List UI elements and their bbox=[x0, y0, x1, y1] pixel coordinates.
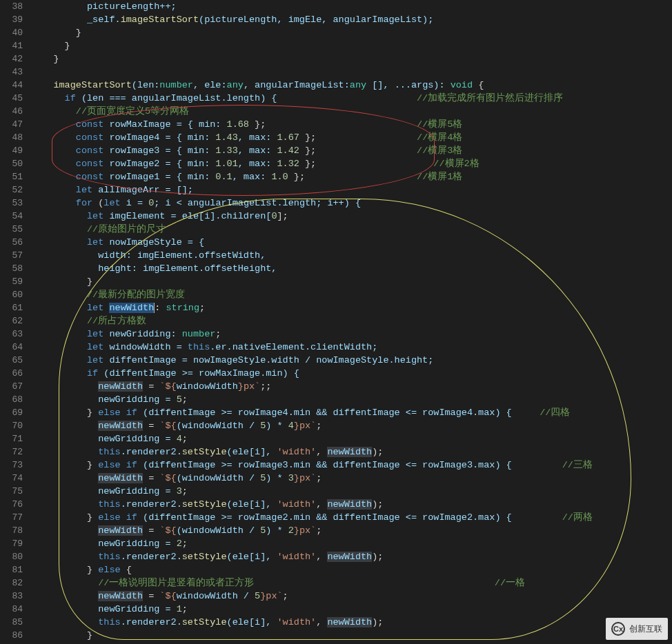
selection: newWidth bbox=[109, 303, 154, 313]
line-number: 49 bbox=[0, 144, 23, 157]
line-number: 84 bbox=[0, 603, 23, 616]
code-area[interactable]: pictureLength++; _self.imageStartSort(pi… bbox=[31, 0, 672, 644]
line-number: 77 bbox=[0, 511, 23, 524]
line-number: 65 bbox=[0, 354, 23, 367]
code-line[interactable]: width: imgElement.offsetWidth, bbox=[31, 249, 672, 262]
line-number: 45 bbox=[0, 92, 23, 105]
code-line[interactable]: pictureLength++; bbox=[31, 0, 672, 13]
line-number: 80 bbox=[0, 550, 23, 563]
watermark: Cx 创新互联 bbox=[606, 618, 668, 640]
line-number: 85 bbox=[0, 616, 23, 629]
code-line[interactable]: if (len === angularImageList.length) { /… bbox=[31, 92, 672, 105]
line-number: 38 bbox=[0, 0, 23, 13]
line-number: 74 bbox=[0, 472, 23, 485]
code-text: pictureLength++; bbox=[31, 1, 177, 12]
code-line[interactable]: const rowImage1 = { min: 0.1, max: 1.0 }… bbox=[31, 170, 672, 183]
line-number: 79 bbox=[0, 537, 23, 550]
code-line[interactable]: newGridding = 4; bbox=[31, 432, 672, 445]
code-line[interactable]: newWidth = `${(windowWidth / 5) * 2}px`; bbox=[31, 524, 672, 537]
code-line[interactable]: let diffentImage = nowImageStyle.width /… bbox=[31, 354, 672, 367]
line-number: 51 bbox=[0, 170, 23, 183]
code-line[interactable]: } else if (diffentImage >= rowImage2.min… bbox=[31, 511, 672, 524]
line-number: 61 bbox=[0, 301, 23, 314]
code-line[interactable]: for (let i = 0; i < angularImageList.len… bbox=[31, 197, 672, 210]
line-number: 60 bbox=[0, 288, 23, 301]
code-line[interactable]: _self.imageStartSort(pictureLength, imgE… bbox=[31, 13, 672, 26]
watermark-logo-icon: Cx bbox=[611, 622, 625, 636]
code-line[interactable]: let nowImageStyle = { bbox=[31, 236, 672, 249]
code-line[interactable]: const rowImage2 = { min: 1.01, max: 1.32… bbox=[31, 157, 672, 170]
code-line[interactable]: newWidth = `${windowWidth}px`;; bbox=[31, 380, 672, 393]
line-number: 40 bbox=[0, 26, 23, 39]
line-number: 48 bbox=[0, 131, 23, 144]
code-line[interactable]: //最新分配的图片宽度 bbox=[31, 288, 672, 301]
code-line[interactable]: } bbox=[31, 26, 672, 39]
code-line[interactable]: //一格说明图片是竖着的或者正方形 //一格 bbox=[31, 576, 672, 590]
line-number: 69 bbox=[0, 406, 23, 419]
line-number: 55 bbox=[0, 223, 23, 236]
code-line[interactable]: let newGridding: number; bbox=[31, 328, 672, 341]
code-line[interactable]: const rowImage4 = { min: 1.43, max: 1.67… bbox=[31, 131, 672, 144]
line-number: 42 bbox=[0, 52, 23, 66]
line-number: 76 bbox=[0, 498, 23, 511]
code-line[interactable]: if (diffentImage >= rowMaxImage.min) { bbox=[31, 367, 672, 380]
code-line[interactable]: let imgElement = ele[i].children[0]; bbox=[31, 210, 672, 223]
line-number: 83 bbox=[0, 590, 23, 603]
code-line[interactable]: newWidth = `${windowWidth / 5}px`; bbox=[31, 590, 672, 603]
code-line[interactable]: height: imgElement.offsetHeight, bbox=[31, 262, 672, 275]
code-line[interactable]: const rowMaxImage = { min: 1.68 }; //横屏5… bbox=[31, 118, 672, 131]
code-line[interactable]: } bbox=[31, 629, 672, 642]
code-line[interactable]: let windowWidth = this.er.nativeElement.… bbox=[31, 341, 672, 354]
code-line[interactable]: this.renderer2.setStyle(ele[i], 'width',… bbox=[31, 445, 672, 459]
code-line[interactable]: newGridding = 5; bbox=[31, 393, 672, 406]
code-line[interactable]: this.renderer2.setStyle(ele[i], 'width',… bbox=[31, 550, 672, 563]
line-number: 70 bbox=[0, 419, 23, 432]
code-line[interactable]: newGridding = 2; bbox=[31, 537, 672, 550]
line-number: 82 bbox=[0, 576, 23, 590]
line-number: 59 bbox=[0, 275, 23, 288]
line-number: 68 bbox=[0, 393, 23, 406]
code-line[interactable]: this.renderer2.setStyle(ele[i], 'width',… bbox=[31, 616, 672, 629]
code-line[interactable]: newWidth = `${(windowWidth / 5) * 4}px`; bbox=[31, 419, 672, 432]
line-number: 62 bbox=[0, 314, 23, 328]
code-line[interactable]: let newWidth: string; bbox=[31, 301, 672, 314]
code-line[interactable]: newGridding = 1; bbox=[31, 603, 672, 616]
code-line[interactable]: } bbox=[31, 52, 672, 66]
line-number: 41 bbox=[0, 39, 23, 52]
code-line[interactable]: } else if (diffentImage >= rowImage4.min… bbox=[31, 406, 672, 419]
line-number: 71 bbox=[0, 432, 23, 445]
line-number: 53 bbox=[0, 197, 23, 210]
code-line[interactable]: const rowImage3 = { min: 1.33, max: 1.42… bbox=[31, 144, 672, 157]
line-number: 44 bbox=[0, 79, 23, 92]
line-number: 46 bbox=[0, 105, 23, 118]
line-number: 67 bbox=[0, 380, 23, 393]
code-editor[interactable]: 3839404142434445464748495051525354555657… bbox=[0, 0, 672, 644]
line-number: 47 bbox=[0, 118, 23, 131]
line-number: 43 bbox=[0, 66, 23, 79]
line-number: 63 bbox=[0, 328, 23, 341]
code-line[interactable]: } bbox=[31, 275, 672, 288]
code-line[interactable]: //所占方格数 bbox=[31, 314, 672, 328]
line-number: 73 bbox=[0, 459, 23, 472]
code-line[interactable]: this.renderer2.setStyle(ele[i], 'width',… bbox=[31, 498, 672, 511]
line-number: 39 bbox=[0, 13, 23, 26]
code-line[interactable]: } else if (diffentImage >= rowImage3.min… bbox=[31, 459, 672, 472]
code-line[interactable]: newWidth = `${(windowWidth / 5) * 3}px`; bbox=[31, 472, 672, 485]
line-number: 78 bbox=[0, 524, 23, 537]
code-line[interactable]: let allImageArr = []; bbox=[31, 183, 672, 197]
line-number: 66 bbox=[0, 367, 23, 380]
code-line[interactable]: } else { bbox=[31, 563, 672, 576]
line-number: 54 bbox=[0, 210, 23, 223]
line-number: 52 bbox=[0, 183, 23, 197]
line-number: 56 bbox=[0, 236, 23, 249]
line-number: 75 bbox=[0, 485, 23, 498]
line-number: 81 bbox=[0, 563, 23, 576]
line-number: 86 bbox=[0, 629, 23, 642]
code-line[interactable]: } bbox=[31, 39, 672, 52]
code-line[interactable]: //页面宽度定义5等分网格 bbox=[31, 105, 672, 118]
code-line[interactable] bbox=[31, 66, 672, 79]
code-line[interactable]: imageStartSort(len:number, ele:any, angu… bbox=[31, 79, 672, 92]
watermark-text: 创新互联 bbox=[629, 623, 662, 635]
code-line[interactable]: newGridding = 3; bbox=[31, 485, 672, 498]
code-line[interactable]: //原始图片的尺寸 bbox=[31, 223, 672, 236]
